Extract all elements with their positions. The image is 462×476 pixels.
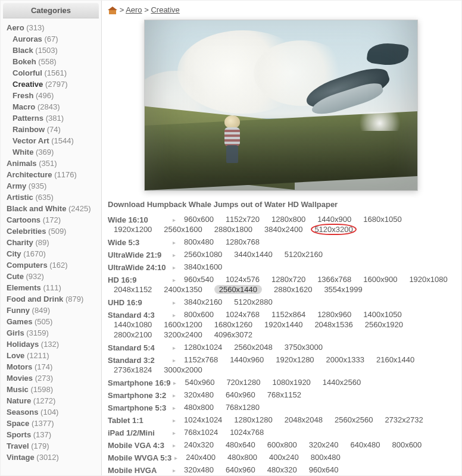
resolution-link[interactable]: 1920x1440 [264, 320, 302, 329]
category-item[interactable]: Charity (89) [7, 237, 101, 248]
resolution-link[interactable]: 1680x1260 [214, 320, 252, 329]
resolution-link[interactable]: 1280x800 [271, 215, 305, 224]
category-item[interactable]: Patterns (381) [7, 112, 101, 124]
resolution-link[interactable]: 540x960 [185, 378, 214, 387]
resolution-link[interactable]: 2880x1800 [214, 225, 252, 234]
category-item[interactable]: Colorful (1561) [7, 67, 101, 79]
category-item[interactable]: Funny (849) [7, 305, 101, 316]
resolution-link[interactable]: 2048x1536 [314, 320, 352, 329]
category-name[interactable]: Elements [7, 283, 41, 292]
category-name[interactable]: Celebrities [7, 227, 46, 236]
resolution-link[interactable]: 2560x1920 [365, 320, 403, 329]
resolution-link[interactable]: 1280x768 [226, 237, 260, 246]
category-item[interactable]: Vintage (3012) [7, 452, 101, 463]
category-item[interactable]: Auroras (67) [7, 33, 101, 45]
resolution-link[interactable]: 1280x720 [271, 275, 305, 284]
resolution-link[interactable]: 1440x900 [317, 215, 351, 224]
resolution-link[interactable]: 3840x2160 [184, 298, 222, 306]
category-name[interactable]: Artistic [7, 193, 33, 202]
category-name[interactable]: Black and White [7, 204, 66, 213]
category-item[interactable]: Movies (273) [7, 372, 101, 384]
resolution-link[interactable]: 1440x960 [230, 355, 264, 364]
category-name[interactable]: Animals [7, 159, 37, 168]
resolution-link[interactable]: 480x800 [227, 453, 257, 462]
category-item[interactable]: Space (1377) [7, 418, 101, 429]
resolution-link[interactable]: 480x640 [226, 440, 255, 449]
resolution-link[interactable]: 2560x1600 [164, 225, 202, 234]
resolution-link[interactable]: 2800x2100 [114, 330, 152, 339]
resolution-link[interactable]: 2048x2048 [285, 415, 323, 424]
resolution-link[interactable]: 960x640 [309, 465, 339, 474]
resolution-link[interactable]: 1440x1080 [114, 320, 152, 329]
category-item[interactable]: Army (935) [7, 180, 101, 192]
category-item[interactable]: Fresh (496) [7, 90, 101, 101]
category-item[interactable]: Animals (351) [7, 158, 101, 169]
resolution-link[interactable]: 5120x2880 [234, 298, 272, 306]
category-name[interactable]: Food and Drink [7, 295, 63, 303]
category-name[interactable]: Girls [7, 328, 24, 337]
category-name[interactable]: Fresh [13, 91, 33, 100]
category-item[interactable]: Music (1598) [7, 384, 101, 395]
resolution-link[interactable]: 2400x1350 [164, 285, 202, 294]
resolution-link[interactable]: 320x480 [184, 390, 214, 399]
resolution-link[interactable]: 1440x2560 [323, 378, 361, 387]
resolution-link[interactable]: 5120x3200 [314, 225, 352, 234]
category-item[interactable]: Seasons (104) [7, 406, 101, 418]
category-name[interactable]: Cartoons [7, 215, 40, 224]
category-name[interactable]: Motors [7, 362, 32, 371]
category-item[interactable]: Computers (162) [7, 259, 101, 271]
resolution-link[interactable]: 1600x1200 [164, 320, 202, 329]
resolution-link[interactable]: 3554x1999 [324, 285, 362, 294]
category-name[interactable]: Nature [7, 396, 31, 405]
resolution-link[interactable]: 1152x768 [184, 355, 218, 364]
resolution-link[interactable]: 5120x2160 [285, 250, 323, 259]
resolution-link[interactable]: 2732x2732 [385, 415, 423, 424]
category-item[interactable]: Celebrities (509) [7, 226, 101, 237]
resolution-link[interactable]: 768x1024 [184, 428, 218, 437]
resolution-link[interactable]: 240x400 [186, 453, 216, 462]
resolution-link[interactable]: 2160x1440 [376, 355, 414, 364]
category-name[interactable]: Charity [7, 238, 33, 247]
resolution-link[interactable]: 2880x1620 [274, 285, 312, 294]
resolution-link[interactable]: 320x240 [309, 440, 339, 449]
resolution-link[interactable]: 800x600 [184, 310, 214, 319]
resolution-link[interactable]: 1152x864 [271, 310, 305, 319]
resolution-link[interactable]: 800x480 [184, 237, 214, 246]
resolution-link[interactable]: 3840x1600 [184, 262, 222, 271]
category-name[interactable]: Rainbow [13, 125, 45, 134]
resolution-link[interactable]: 768x1280 [226, 403, 260, 412]
category-item[interactable]: Nature (1272) [7, 395, 101, 406]
resolution-link[interactable]: 1920x1280 [276, 355, 314, 364]
category-item[interactable]: Elements (111) [7, 282, 101, 293]
resolution-link[interactable]: 3750x3000 [285, 343, 323, 352]
category-name[interactable]: White [13, 148, 33, 156]
wallpaper-preview[interactable] [144, 20, 418, 191]
category-name[interactable]: Cute [7, 272, 24, 281]
category-name[interactable]: Patterns [13, 114, 43, 123]
category-name[interactable]: Travel [7, 441, 29, 450]
resolution-link[interactable]: 600x800 [267, 440, 297, 449]
category-name[interactable]: Vector Art [13, 136, 49, 145]
resolution-link[interactable]: 1600x900 [363, 275, 397, 284]
resolution-link[interactable]: 2560x1440 [214, 285, 262, 294]
category-name[interactable]: Auroras [13, 35, 42, 43]
resolution-link[interactable]: 2736x1824 [114, 365, 152, 374]
resolution-link[interactable]: 1024x1024 [184, 415, 222, 424]
resolution-link[interactable]: 800x600 [392, 440, 422, 449]
resolution-link[interactable]: 1280x960 [317, 310, 351, 319]
category-name[interactable]: Space [7, 419, 29, 428]
resolution-link[interactable]: 320x480 [184, 465, 214, 474]
resolution-link[interactable]: 240x320 [184, 440, 214, 449]
category-name[interactable]: Creative [13, 80, 43, 89]
resolution-link[interactable]: 1280x1280 [234, 415, 272, 424]
category-item[interactable]: Games (505) [7, 316, 101, 327]
resolution-link[interactable]: 1400x1050 [363, 310, 401, 319]
category-item[interactable]: Girls (3159) [7, 327, 101, 339]
resolution-link[interactable]: 480x800 [184, 403, 214, 412]
resolution-link[interactable]: 3440x1440 [234, 250, 272, 259]
resolution-link[interactable]: 1024x768 [230, 428, 264, 437]
resolution-link[interactable]: 768x1152 [267, 390, 301, 399]
category-item[interactable]: City (1670) [7, 248, 101, 259]
category-item[interactable]: Black and White (2425) [7, 203, 101, 214]
resolution-link[interactable]: 2560x1080 [184, 250, 222, 259]
